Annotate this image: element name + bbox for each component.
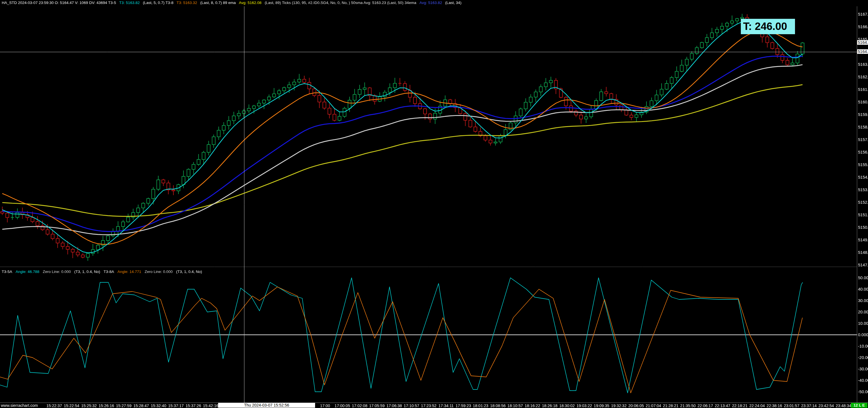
indicator-header-row: T3-5AAngle: 46.788Zero Line: 0.000(T3, 1… [2, 270, 205, 274]
indicator-segment: Zero Line: 0.000 [43, 270, 71, 274]
chart-header: HA_STD 2024-03-07 23:59:30 O: 5164.47 V:… [2, 1, 465, 5]
header-segment: (Last, 8, 0.7) 89 ema [200, 1, 236, 5]
header-segment: (Last, 5, 0.7) T3-8 [143, 1, 174, 5]
header-segment: T3: 5163.32 [177, 1, 197, 5]
time-axis-label: 20:06:05 [628, 403, 644, 408]
price-axis-label: 5163.00 [858, 62, 868, 67]
time-axis-label: 17:06:38 [386, 403, 402, 408]
time-axis-label: 19:09:35 [594, 403, 609, 408]
time-axis-label: 17:23:52 [421, 403, 437, 408]
time-axis-label: 15:27:59 [116, 403, 132, 408]
time-axis-label: 22:06:17 [698, 403, 713, 408]
price-axis-label: 5167.00 [858, 12, 868, 16]
price-axis-label: 5148.00 [858, 250, 868, 255]
header-segment: Avg: 5162.08 [239, 1, 261, 5]
price-axis-label: 5166.00 [858, 25, 868, 29]
header-segment: Avg: 5163.82 [420, 1, 442, 5]
price-axis-label: 5152.00 [858, 200, 868, 205]
time-axis-label: 23:48:34 [836, 403, 851, 408]
price-axis-label: 5150.00 [858, 225, 868, 230]
price-axis-label: 5158.00 [858, 125, 868, 129]
indicator-segment: Zero Line: 0.000 [145, 270, 173, 274]
time-axis-label: 15:22:54 [64, 403, 80, 408]
time-axis-label: 18:08:56 [490, 403, 506, 408]
time-axis-label: 22:24:04 [749, 403, 765, 408]
indicator-segment: (T3, 1, 0.4, No) [176, 270, 202, 274]
indicator-segment: T3-8A [103, 270, 114, 274]
price-axis-label: 5156.00 [858, 150, 868, 155]
time-axis-label: 18:16:22 [525, 403, 540, 408]
time-axis-label: 18:30:02 [559, 403, 575, 408]
osc-axis-label: 50.000 [858, 275, 868, 280]
osc-axis-label: -40.000 [858, 378, 868, 383]
time-axis-label: 21:35:50 [680, 403, 696, 408]
osc-axis-label: 0.000 [858, 333, 868, 337]
price-axis-label: 5155.00 [858, 162, 868, 167]
indicator-segment: Angle: 14.771 [118, 270, 141, 274]
time-axis-label: 19:03:22 [577, 403, 592, 408]
osc-axis-label: -30.000 [858, 367, 868, 371]
time-axis-label: 17:59:23 [456, 403, 471, 408]
time-axis-label: 21:07:04 [646, 403, 661, 408]
header-segment: (Last, 34) [445, 1, 461, 5]
osc-axis-label: -20.000 [858, 355, 868, 360]
indicator-segment: (T3, 1, 0.4, No) [74, 270, 100, 274]
crosshair-time-box: Thu 2024-03-07 15:52:56 [218, 403, 315, 408]
time-axis-label: 17:00:05 [335, 403, 350, 408]
sierrachart-watermark: www.sierrachart.com [1, 403, 38, 408]
price-axis-label: 5157.00 [858, 137, 868, 142]
osc-axis-label: 10.000 [858, 321, 868, 326]
time-axis-label: 22:18:21 [732, 403, 748, 408]
osc-axis-label: 20.000 [858, 310, 868, 314]
osc-axis-label: -50.000 [858, 389, 868, 394]
time-axis-label: 17:02:08 [352, 403, 368, 408]
time-axis-label: 18:10:57 [507, 403, 523, 408]
time-axis-label: 19:32:32 [611, 403, 627, 408]
time-axis-label: 17:00 [320, 403, 330, 408]
time-axis-label: 21:28:21 [663, 403, 679, 408]
price-axis-label: 5149.00 [858, 238, 868, 242]
time-axis-label: 17:05:59 [369, 403, 385, 408]
time-axis-label: 23:37:14 [801, 403, 817, 408]
indicator-segment: Angle: 46.788 [16, 270, 39, 274]
time-axis-label: 22:38:16 [767, 403, 782, 408]
time-axis-label: 23:42:54 [818, 403, 834, 408]
header-segment: (Last, 89) Ticks (130, 95, #2.ID0.SG4, N… [265, 1, 416, 5]
header-segment: HA_STD 2024-03-07 23:59:30 O: 5164.47 V:… [2, 1, 116, 5]
price-axis-label: 5160.00 [858, 100, 868, 104]
time-axis-label: 15:37:17 [168, 403, 184, 408]
time-axis-label: 23:01:57 [784, 403, 800, 408]
crosshair-price-badge: 5164.00 [857, 49, 868, 54]
time-axis-label: 15:25:32 [81, 403, 97, 408]
indicator-segment: T3-5A [2, 270, 12, 274]
osc-axis-label: -10.000 [858, 344, 868, 348]
osc-axis-label: 40.000 [858, 287, 868, 292]
time-axis-label: 15:28:47 [133, 403, 149, 408]
price-axis-label: 5161.00 [858, 87, 868, 92]
price-axis-label: 5162.00 [858, 75, 868, 79]
sierra-chart-window: { "header": { "segments": [ {"text": "HA… [0, 0, 868, 408]
time-axis-label: 15:32:40 [151, 403, 166, 408]
time-axis-label: 17:34:11 [438, 403, 454, 408]
time-axis-label: 18:01:23 [473, 403, 489, 408]
time-axis-label: 18:26:18 [542, 403, 558, 408]
time-axis-label: 15:26:16 [99, 403, 114, 408]
time-axis-label: 15:37:26 [186, 403, 201, 408]
price-axis-label: 5151.00 [858, 212, 868, 217]
time-axis-label: 15:22:37 [46, 403, 62, 408]
time-axis-label: 22:13:47 [715, 403, 731, 408]
status-badge[interactable]: 12 L E [851, 403, 867, 408]
header-segment: T3: 5163.82 [119, 1, 140, 5]
price-axis-label: 5159.00 [858, 112, 868, 117]
price-axis-label: 5153.00 [858, 188, 868, 192]
osc-axis-label: 30.000 [858, 298, 868, 303]
price-axis-label: 5147.00 [858, 263, 868, 267]
price-axis-label: 5154.00 [858, 175, 868, 179]
time-axis-label: 17:10:57 [404, 403, 420, 408]
last-price-badge: 5164.75 [857, 40, 868, 45]
target-tooltip: T: 246.00 [741, 19, 795, 34]
chart-canvas[interactable] [0, 0, 868, 408]
time-axis-label: 15:42:16 [203, 403, 219, 408]
